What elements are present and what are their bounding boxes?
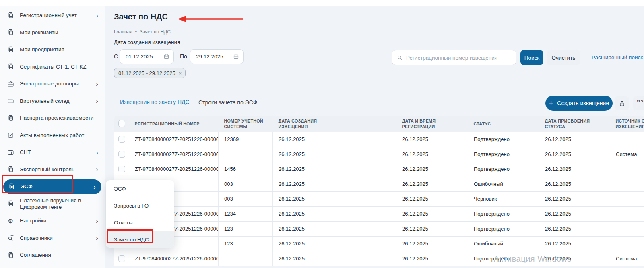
sidebar-item-esf[interactable]: ЭСФ › — [3, 179, 101, 194]
cell-status: Подтверждено — [468, 251, 539, 266]
sidebar-item-moi-rekvizity[interactable]: Мои реквизиты — [0, 24, 105, 42]
calendar-icon[interactable] — [233, 54, 239, 60]
sidebar-item-moi-predpriyatiya[interactable]: Мои предприятия — [0, 41, 105, 58]
date-from-input[interactable]: 01.12.2025 — [120, 49, 174, 64]
sidebar-item-label: Регистрационный учет — [20, 12, 77, 19]
cell-source — [610, 206, 644, 221]
date-filter-label: Дата создания извещения — [114, 39, 180, 45]
cell-source: Система — [610, 147, 644, 162]
table-row[interactable]: ZT-970840000277-20251226-00000411 26.12.… — [114, 251, 644, 266]
create-notification-label: Создать извещение — [557, 100, 609, 106]
table-row[interactable]: ZT-970840000277-20251226-00000461 12369 … — [114, 132, 644, 147]
table-row[interactable]: 003 26.12.2025 26.12.2025 Ошибочный 26.1… — [114, 177, 644, 191]
table-row[interactable]: ZT-970840000277-20251226-00000421 123 26… — [114, 221, 644, 236]
cell-status-date: 26.12.2025 — [539, 221, 610, 236]
cell-source — [610, 177, 644, 191]
submenu-item-otchety[interactable]: Отчеты — [106, 214, 174, 231]
cell-reg-datetime: 26.12.2025 — [396, 147, 468, 162]
cell-source — [610, 191, 644, 206]
cell-status: Ошибочный — [468, 177, 539, 191]
cell-status-date: 26.12.2025 — [539, 236, 610, 251]
sidebar-item-label: Платежные поручения в Цифровом тенге — [20, 197, 98, 210]
cell-status: Ошибочный — [468, 236, 539, 251]
cell-reg-datetime: 26.12.2025 — [396, 177, 468, 191]
tab-esf-rows[interactable]: Строки зачета по ЭСФ — [194, 96, 261, 108]
cell-creation-date: 26.12.2025 — [273, 177, 396, 191]
col-status: СТАТУС — [468, 116, 539, 132]
col-accounting-number: НОМЕР УЧЕТНОЙ СИСТЕМЫ — [219, 116, 273, 132]
submenu-item-esf[interactable]: ЭСФ — [106, 180, 174, 197]
sidebar-item-label: Справочники — [20, 235, 53, 241]
row-checkbox[interactable] — [118, 255, 125, 262]
cell-status: Подтверждено — [468, 221, 539, 236]
sidebar-item-akty[interactable]: Акты выполненных работ — [0, 127, 105, 144]
sidebar-item-nastroyki[interactable]: ⚙ Настройки › — [0, 212, 105, 230]
cell-status: Подтверждено — [468, 147, 539, 162]
sidebar-item-label: Виртуальный склад — [20, 98, 70, 104]
top-band — [0, 0, 644, 6]
col-creation-date: ДАТА СОЗДАНИЯ ИЗВЕЩЕНИЯ — [273, 116, 396, 132]
sidebar-item-soglasheniya[interactable]: Соглашения — [0, 247, 105, 264]
sidebar-item-sertifikaty[interactable]: Сертификаты СТ-1, СТ KZ — [0, 58, 105, 76]
table-row[interactable]: ZT-970840000277-20251226-00000441 1456 2… — [114, 162, 644, 177]
col-source: ИСТОЧНИК СОЗДАНИЯ ИЗВЕЩЕНИЯ — [610, 116, 644, 132]
sidebar-item-virtualny-sklad[interactable]: Виртуальный склад › — [0, 93, 105, 110]
export-xls-button[interactable]: XLS ↓ — [633, 96, 644, 110]
breadcrumb-current: Зачет по НДС — [140, 29, 171, 35]
sidebar-item-label: Мои реквизиты — [20, 29, 58, 36]
col-registration-datetime: ДАТА И ВРЕМЯ РЕГИСТРАЦИИ — [396, 116, 468, 132]
chevron-right-icon: › — [96, 218, 98, 224]
sidebar-item-pasporta[interactable]: Паспорта прослеживаемости — [0, 110, 105, 127]
date-range-chip[interactable]: 01.12.2025 - 29.12.2025 × — [114, 68, 186, 78]
cell-acc-number: 003 — [219, 177, 273, 191]
submenu-item-zachet-nds[interactable]: Зачет по НДС — [106, 231, 174, 248]
advanced-search-link[interactable]: Расширенный поиск — [592, 54, 643, 60]
sidebar-item-el-dogovory[interactable]: Электронные договоры › — [0, 75, 105, 93]
chip-close-icon[interactable]: × — [179, 70, 182, 76]
breadcrumb: Главная • Зачет по НДС — [114, 29, 171, 35]
chevron-right-icon: › — [96, 98, 98, 104]
table-row[interactable]: ZT-970840000277-20251226-00000431 1234 2… — [114, 206, 644, 221]
notifications-table: РЕГИСТРАЦИОННЫЙ НОМЕР НОМЕР УЧЕТНОЙ СИСТ… — [114, 116, 644, 266]
submenu-item-zaprosy-go[interactable]: Запросы в ГО — [106, 197, 174, 214]
row-checkbox[interactable] — [118, 166, 125, 172]
table-row[interactable]: ZT-970840000277-20251226-00000451 26.12.… — [114, 147, 644, 162]
sidebar-item-export-kontrol[interactable]: Экспортный контроль › — [0, 161, 105, 179]
search-button[interactable]: Поиск — [520, 50, 543, 65]
create-notification-button[interactable]: + Создать извещение — [545, 96, 613, 111]
sidebar-item-snt[interactable]: СНТ › — [0, 144, 105, 161]
select-all-checkbox[interactable] — [118, 120, 125, 127]
cell-status-date: 26.12.2025 — [539, 206, 610, 221]
cell-reg-datetime: 26.12.2025 — [396, 191, 468, 206]
cell-reg-datetime: 26.12.2025 — [396, 251, 468, 266]
document-icon — [7, 252, 14, 259]
clear-button[interactable]: Очистить — [547, 50, 580, 65]
chevron-right-icon: › — [93, 183, 96, 190]
export-share-button[interactable] — [615, 96, 629, 110]
tab-notifications-vat[interactable]: Извещения по зачету НДС — [114, 96, 196, 108]
sidebar-item-reg-uchet[interactable]: Регистрационный учет › — [0, 7, 105, 24]
cell-status-date: 26.12.2025 — [539, 251, 610, 266]
search-input[interactable] — [406, 55, 511, 61]
table-row[interactable]: 123 26.12.2025 26.12.2025 Ошибочный 26.1… — [114, 236, 644, 251]
calendar-icon[interactable] — [163, 54, 169, 60]
sidebar-item-label: Соглашения — [20, 252, 51, 258]
sidebar-item-label: СНТ — [20, 149, 31, 156]
sidebar-item-spravochniki[interactable]: Справочники › — [0, 230, 105, 247]
cell-creation-date: 26.12.2025 — [273, 236, 396, 251]
document-icon — [7, 46, 14, 53]
table-row[interactable]: 003 26.12.2025 26.12.2025 Черновик 26.12… — [114, 191, 644, 206]
cell-reg-datetime: 26.12.2025 — [396, 221, 468, 236]
date-from-label: С — [114, 53, 118, 60]
gear-icon: ⚙ — [7, 218, 14, 224]
chevron-right-icon: › — [96, 166, 98, 173]
sidebar-item-platezhnye-porucheniya[interactable]: Платежные поручения в Цифровом тенге — [0, 195, 105, 213]
row-checkbox[interactable] — [118, 151, 125, 158]
cell-reg-datetime: 26.12.2025 — [396, 236, 468, 251]
search-icon — [397, 55, 403, 61]
date-to-input[interactable]: 29.12.2025 — [190, 49, 244, 64]
date-to-value: 29.12.2025 — [196, 54, 233, 60]
breadcrumb-home-link[interactable]: Главная — [114, 29, 132, 35]
row-checkbox[interactable] — [118, 136, 125, 143]
chevron-right-icon: › — [96, 149, 98, 156]
